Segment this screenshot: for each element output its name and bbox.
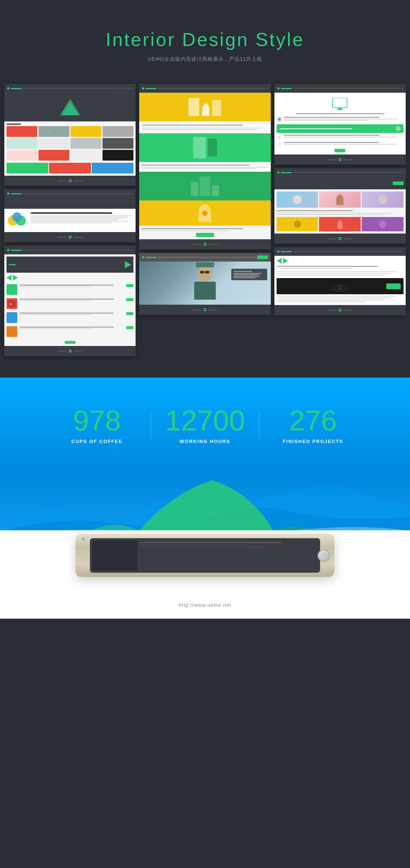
stats-grid: 978 CUPS OF COFFEE 12700 WORKING HOURS 2…	[43, 399, 367, 451]
hours-label: WORKING HOURS	[158, 439, 251, 444]
mock-footer-1	[4, 176, 136, 186]
blog-badge-4	[126, 326, 133, 329]
nav-bar-6	[274, 168, 406, 177]
mock-browser-8	[274, 247, 406, 315]
screenshot-card-2	[139, 84, 270, 249]
nav-bar-1	[4, 84, 136, 93]
fashion-photo	[139, 262, 270, 305]
mock-footer-5	[139, 305, 270, 315]
mock-footer-3	[274, 154, 406, 165]
mock-body-3	[274, 93, 406, 154]
blog-item-3	[6, 311, 133, 325]
tree-decoration	[59, 97, 81, 117]
mock-footer-2	[139, 239, 270, 249]
screenshot-card-7: ✕	[4, 246, 136, 356]
blog-item-2: ✕	[6, 297, 133, 311]
svg-point-15	[338, 287, 342, 289]
phone-section	[0, 530, 410, 591]
screenshot-card-4	[4, 189, 136, 242]
card4-hero-dark	[4, 198, 136, 209]
blog-text-3	[19, 312, 124, 315]
nav-bar-2	[139, 84, 270, 93]
phone-screen	[90, 538, 320, 573]
blog-text-2	[19, 298, 124, 301]
product-detail-text	[31, 212, 133, 224]
footer-section: http://www.uemo.net	[0, 591, 410, 619]
blog-thumb-4	[6, 326, 17, 337]
nav-dot-8	[277, 250, 279, 253]
blog-item-4	[6, 325, 133, 339]
screenshot-card-8	[274, 247, 406, 315]
phone-mockup	[76, 530, 334, 577]
mock-body-4	[4, 209, 136, 232]
nav-bar-5	[139, 253, 270, 262]
star-icon	[278, 143, 281, 146]
mock-browser-7: ✕	[4, 246, 136, 356]
spheres-area	[7, 212, 27, 229]
mock-browser-3	[274, 84, 406, 165]
mock-browser-5	[139, 253, 270, 315]
screenshot-card-5	[139, 253, 270, 315]
nav-bar-7	[4, 246, 136, 254]
product-grid	[6, 126, 133, 161]
stats-section: 978 CUPS OF COFFEE 12700 WORKING HOURS 2…	[0, 378, 410, 537]
nav-dot-5	[142, 256, 144, 258]
nav-dot-7	[7, 249, 9, 251]
nav-dot	[7, 87, 9, 89]
mock-footer-7	[4, 346, 136, 356]
mock-body-2	[139, 93, 270, 239]
main-title: Interior Design Style	[7, 29, 403, 50]
blog-thumb-1	[6, 284, 17, 295]
mock-browser-2	[139, 84, 270, 249]
svg-marker-12	[278, 143, 281, 146]
home-button	[318, 549, 330, 562]
nav-bar-4	[4, 189, 136, 198]
mock-browser-1	[4, 84, 136, 186]
mock-body-1	[4, 93, 136, 176]
stat-hours: 12700 WORKING HOURS	[151, 399, 259, 451]
wave-rings	[329, 281, 351, 292]
projects-label: FINISHED PROJECTS	[266, 439, 360, 444]
stat-coffee: 978 CUPS OF COFFEE	[43, 399, 151, 451]
arrow-left	[6, 275, 12, 281]
screenshot-card-6	[274, 168, 406, 244]
blog-badge-3	[126, 312, 133, 315]
nav-dot-4	[7, 193, 9, 195]
svg-rect-9	[336, 109, 343, 110]
mock-footer-4	[4, 232, 136, 242]
col-middle	[139, 84, 270, 356]
camera-dot	[82, 537, 85, 540]
svg-rect-8	[338, 108, 342, 109]
spheres-svg	[7, 212, 27, 228]
play-icon	[125, 261, 131, 268]
screenshot-card-3	[274, 84, 406, 165]
wifi-icon	[277, 135, 282, 139]
blog-thumb-2: ✕	[6, 298, 17, 309]
blog-badge-2	[126, 298, 133, 301]
sub-title: UEMO企业版内页设计风格展示，产品11月上线	[7, 56, 403, 63]
mock-body-8	[274, 256, 406, 305]
coffee-label: CUPS OF COFFEE	[50, 439, 144, 444]
col-right	[274, 84, 406, 356]
mock-footer-6	[274, 234, 406, 244]
mock-body-6	[274, 177, 406, 234]
svg-text:✕: ✕	[9, 302, 12, 306]
mock-footer-8	[274, 305, 406, 315]
mock-browser-4	[4, 189, 136, 242]
blog-thumb-3	[6, 312, 17, 323]
svg-point-11	[279, 138, 280, 139]
nav-dot-2	[142, 87, 144, 89]
projects-number: 276	[266, 406, 360, 435]
monitor-icon	[331, 98, 349, 110]
blog-text-4	[19, 326, 124, 329]
svg-rect-7	[333, 98, 347, 108]
arrow-right-8	[283, 258, 288, 264]
col-left: ✕	[4, 84, 136, 356]
blog-text-1	[19, 284, 124, 287]
screenshots-section: ✕	[0, 77, 410, 378]
wave-svg	[7, 458, 410, 537]
footer-url[interactable]: http://www.uemo.net	[11, 602, 399, 608]
stat-projects: 276 FINISHED PROJECTS	[259, 399, 367, 451]
coffee-number: 978	[50, 406, 144, 435]
blog-badge-1	[126, 284, 133, 287]
